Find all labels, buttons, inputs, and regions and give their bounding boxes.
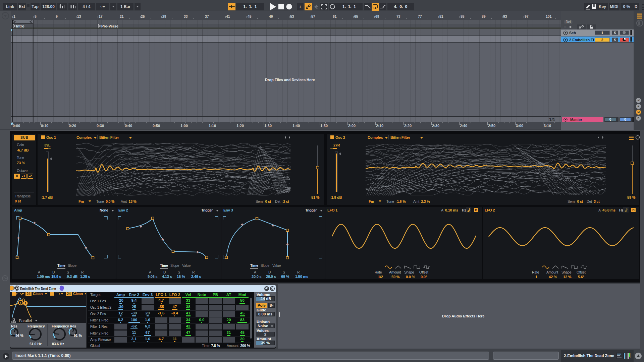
svg-text:1: 1	[20, 301, 21, 305]
svg-text:2: 2	[24, 302, 26, 305]
